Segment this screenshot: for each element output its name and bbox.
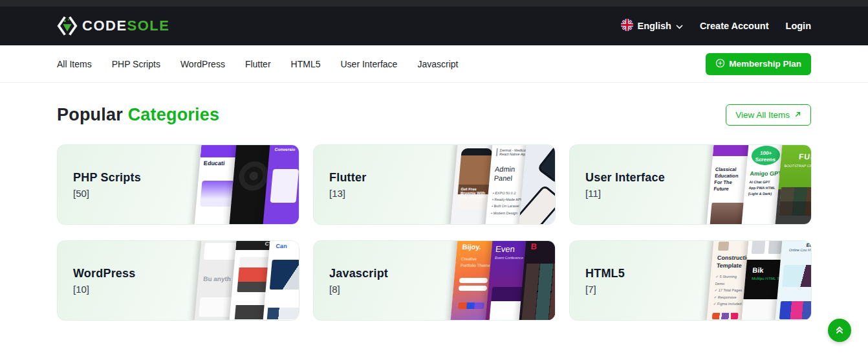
category-count: [13]: [329, 188, 366, 199]
category-thumbnails: Bu anyth CV Can: [202, 241, 299, 320]
site-header: CODESOLE English: [0, 6, 868, 45]
category-count: [50]: [73, 188, 141, 199]
top-strip: [0, 0, 868, 6]
create-account-link[interactable]: Create Account: [700, 21, 769, 31]
thumbnail: FUNE BOOTSTRAP CROW: [775, 144, 812, 225]
category-title: PHP Scripts: [73, 171, 141, 185]
category-thumbnails: Construction Template ✓ 5 Stunning Demo …: [714, 241, 811, 320]
category-count: [8]: [329, 284, 388, 295]
page-title: Popular Categories: [57, 105, 219, 125]
nav-item-php-scripts[interactable]: PHP Scripts: [112, 59, 160, 69]
uk-flag-icon: [621, 19, 633, 34]
thumbnail: Educol Online Cou HTML Te: [775, 240, 812, 321]
category-count: [7]: [585, 284, 625, 295]
category-title: User Interface: [585, 171, 665, 185]
language-label: English: [638, 21, 671, 31]
view-all-items-button[interactable]: View All Items: [726, 104, 811, 126]
nav-item-all-items[interactable]: All Items: [57, 59, 92, 69]
category-title: WordPress: [73, 267, 136, 280]
brand-logo[interactable]: CODESOLE: [57, 16, 169, 36]
arrow-up-right-icon: [794, 110, 801, 120]
category-thumbnails: Educati Conversio: [202, 145, 299, 224]
brand-name: CODESOLE: [82, 19, 169, 33]
category-title: HTML5: [585, 267, 625, 280]
scroll-to-top-button[interactable]: [828, 319, 851, 342]
category-thumbnails: Classical Education For The Future 100+ …: [714, 145, 811, 224]
language-selector[interactable]: English: [621, 19, 683, 34]
plus-circle-icon: [715, 58, 725, 70]
brand-logo-icon: [57, 16, 78, 36]
category-thumbnails: Get Free Brownie With Any Purchase Derma…: [458, 145, 555, 224]
nav-item-javascript[interactable]: Javascript: [417, 59, 458, 69]
category-thumbnails: Bijoy. Creative Portfolio Theme Even Eve…: [458, 241, 555, 320]
chevron-down-icon: [676, 20, 683, 32]
thumbnail: Can: [263, 240, 299, 321]
category-count: [10]: [73, 284, 136, 295]
nav-item-wordpress[interactable]: WordPress: [180, 59, 225, 69]
category-card-wordpress[interactable]: WordPress [10] Bu anyth CV Can: [57, 240, 299, 321]
category-title: Flutter: [329, 171, 366, 185]
login-link[interactable]: Login: [786, 21, 811, 31]
category-title: Javascript: [329, 267, 388, 280]
thumbnail: [519, 144, 556, 225]
membership-plan-button[interactable]: Membership Plan: [706, 53, 811, 75]
category-card-javascript[interactable]: Javascript [8] Bijoy. Creative Portfolio…: [313, 240, 556, 321]
thumbnail: B: [519, 240, 556, 321]
category-card-php-scripts[interactable]: PHP Scripts [50] Educati Conversio: [57, 144, 299, 225]
nav-item-user-interface[interactable]: User Interface: [340, 59, 397, 69]
nav-item-html5[interactable]: HTML5: [291, 59, 321, 69]
category-card-html5[interactable]: HTML5 [7] Construction Template ✓ 5 Stun…: [569, 240, 812, 321]
nav-links: All Items PHP Scripts WordPress Flutter …: [57, 59, 458, 69]
category-navbar: All Items PHP Scripts WordPress Flutter …: [0, 45, 868, 83]
main-content: Popular Categories View All Items PHP Sc…: [57, 104, 811, 321]
category-count: [11]: [585, 188, 665, 199]
categories-grid: PHP Scripts [50] Educati Conversio Flutt…: [57, 144, 811, 321]
chevrons-up-icon: [834, 324, 845, 337]
nav-item-flutter[interactable]: Flutter: [245, 59, 271, 69]
category-card-user-interface[interactable]: User Interface [11] Classical Education …: [569, 144, 812, 225]
category-card-flutter[interactable]: Flutter [13] Get Free Brownie With Any P…: [313, 144, 556, 225]
thumbnail: Conversio: [263, 144, 299, 225]
